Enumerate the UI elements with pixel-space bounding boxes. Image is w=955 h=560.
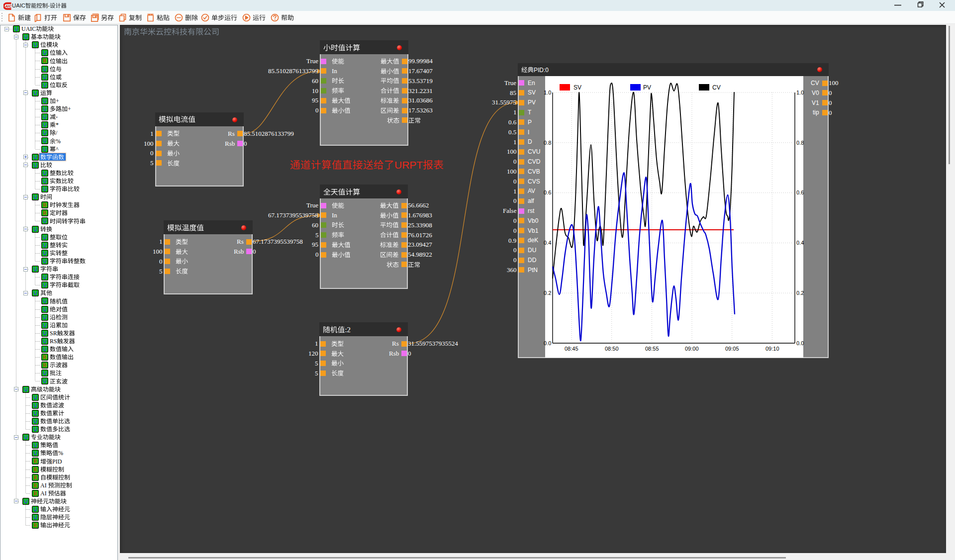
svg-text:AIC: AIC — [4, 4, 12, 8]
svg-text:0: 0 — [513, 197, 517, 205]
svg-text:DD: DD — [528, 257, 537, 264]
svg-text:0.5: 0.5 — [508, 128, 516, 136]
svg-text:76.01726: 76.01726 — [408, 231, 432, 239]
svg-text:Rsb: Rsb — [225, 140, 235, 147]
svg-text:25.33908: 25.33908 — [408, 221, 432, 229]
svg-text:0.8: 0.8 — [544, 140, 551, 146]
svg-text:08:50: 08:50 — [605, 346, 619, 352]
svg-text::2: :2 — [345, 326, 351, 334]
svg-text:0.0: 0.0 — [544, 340, 551, 346]
svg-text:T: T — [528, 109, 532, 116]
svg-text:100: 100 — [144, 140, 154, 147]
svg-text:85: 85 — [510, 89, 516, 96]
svg-text:Rsb: Rsb — [389, 350, 399, 357]
svg-text:0.2: 0.2 — [544, 290, 551, 296]
svg-text:PID:0: PID:0 — [534, 67, 549, 74]
svg-text:True: True — [306, 201, 318, 209]
svg-text:31.5597537935524: 31.5597537935524 — [408, 340, 458, 347]
svg-text:0: 0 — [150, 150, 154, 157]
svg-text:100: 100 — [507, 148, 517, 156]
svg-text:V1: V1 — [812, 99, 819, 106]
svg-text:0: 0 — [315, 251, 319, 258]
svg-text:RS: RS — [50, 338, 57, 345]
svg-text:0.4: 0.4 — [544, 240, 551, 246]
svg-text:PV: PV — [643, 84, 651, 91]
svg-text:deK: deK — [528, 237, 538, 244]
svg-text:En: En — [528, 80, 535, 87]
svg-text:17.53263: 17.53263 — [408, 106, 433, 114]
svg-text:CVB: CVB — [528, 168, 540, 175]
svg-text:%: % — [58, 450, 63, 457]
svg-text:0: 0 — [513, 256, 517, 264]
svg-text:PID: PID — [52, 458, 62, 465]
svg-text:08:55: 08:55 — [645, 346, 659, 352]
svg-text:/: / — [56, 130, 58, 137]
svg-text:DU: DU — [528, 247, 536, 254]
svg-text:09:05: 09:05 — [725, 346, 739, 352]
svg-text:5: 5 — [315, 231, 319, 239]
svg-text:D: D — [528, 139, 532, 146]
svg-text:56.6662: 56.6662 — [408, 201, 429, 209]
svg-text:0: 0 — [244, 140, 247, 147]
svg-text:85.5102876133799: 85.5102876133799 — [244, 130, 294, 137]
svg-text:17.67407: 17.67407 — [408, 67, 433, 75]
svg-text:60: 60 — [312, 77, 318, 85]
svg-text:1: 1 — [513, 138, 517, 146]
svg-text:1.0: 1.0 — [796, 90, 804, 95]
svg-text:0: 0 — [159, 258, 163, 265]
svg-text:95: 95 — [312, 97, 318, 104]
svg-text:1: 1 — [513, 187, 517, 195]
svg-text:0: 0 — [513, 178, 517, 185]
svg-text:31.03686: 31.03686 — [408, 97, 433, 104]
svg-text:53.53719: 53.53719 — [408, 77, 433, 85]
svg-text:85.5102876133799: 85.5102876133799 — [268, 67, 318, 75]
svg-text:1: 1 — [513, 108, 517, 116]
svg-text:5: 5 — [315, 360, 318, 367]
svg-text:Rsb: Rsb — [234, 248, 244, 255]
svg-text:Rs: Rs — [237, 238, 244, 246]
svg-text:In: In — [332, 67, 337, 75]
svg-text:0: 0 — [513, 158, 517, 165]
svg-text:+: + — [56, 97, 59, 104]
svg-text:1.676983: 1.676983 — [408, 211, 432, 219]
svg-text:SR: SR — [50, 330, 57, 337]
svg-text:08:45: 08:45 — [565, 346, 578, 352]
svg-text:Vb0: Vb0 — [528, 217, 539, 224]
svg-text:0: 0 — [829, 109, 832, 116]
svg-text:CVS: CVS — [528, 178, 540, 185]
svg-text:0.6: 0.6 — [508, 118, 517, 126]
svg-text:0: 0 — [315, 106, 319, 114]
svg-text:321.2231: 321.2231 — [408, 87, 433, 94]
svg-text:99.99984: 99.99984 — [408, 57, 433, 65]
svg-text:09:10: 09:10 — [765, 346, 779, 352]
svg-text:0.8: 0.8 — [796, 140, 804, 146]
svg-text:0: 0 — [513, 247, 517, 254]
svg-text:360: 360 — [507, 266, 517, 274]
svg-text:UAIC: UAIC — [12, 2, 25, 8]
svg-text:31.55975: 31.55975 — [492, 99, 516, 106]
svg-text:09:00: 09:00 — [685, 346, 699, 352]
svg-text:UAIC: UAIC — [21, 25, 36, 32]
svg-text:^: ^ — [56, 146, 59, 153]
svg-text:True: True — [306, 57, 318, 65]
svg-text:100: 100 — [829, 79, 839, 87]
svg-text:0.0: 0.0 — [796, 340, 804, 346]
svg-text:V0: V0 — [812, 90, 819, 96]
svg-text:0: 0 — [829, 89, 832, 96]
svg-text:SV: SV — [528, 90, 536, 96]
svg-text:0: 0 — [829, 99, 832, 106]
svg-text:1.0: 1.0 — [544, 90, 551, 95]
svg-text:0: 0 — [408, 350, 411, 357]
svg-text:-: - — [48, 2, 50, 8]
svg-text:100: 100 — [507, 168, 517, 175]
svg-text:5: 5 — [150, 159, 154, 167]
svg-text:0: 0 — [513, 227, 517, 234]
svg-text:False: False — [503, 207, 517, 214]
svg-text:60: 60 — [312, 221, 318, 229]
svg-text:10: 10 — [312, 87, 318, 94]
svg-text:AI: AI — [40, 482, 48, 489]
svg-text:0.9: 0.9 — [508, 237, 516, 244]
svg-text:95: 95 — [312, 241, 318, 249]
svg-text:SV: SV — [573, 84, 581, 91]
svg-text:0: 0 — [253, 248, 256, 255]
